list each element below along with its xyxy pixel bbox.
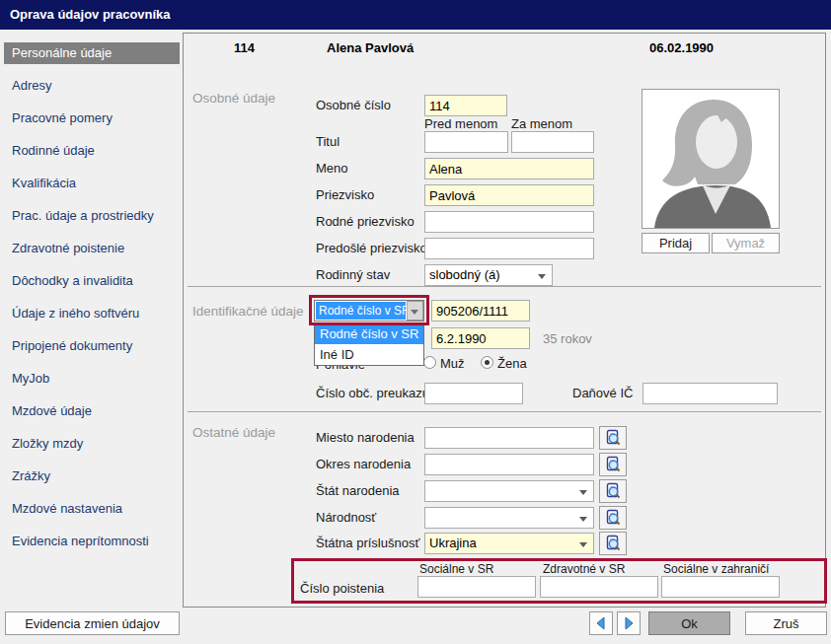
label-muz: Muž bbox=[440, 356, 465, 371]
label-rodne-priezvisko: Rodné priezvisko bbox=[316, 214, 415, 229]
input-osobne-cislo[interactable] bbox=[424, 95, 507, 116]
sidebar-item-zdravotne-poistenie[interactable]: Zdravotné poistenie bbox=[4, 238, 180, 259]
lookup-button-miesto-narodenia[interactable] bbox=[599, 426, 627, 450]
section-title-identification: Identifikačné údaje bbox=[192, 304, 304, 319]
input-cislo-obc-preukazu[interactable] bbox=[424, 383, 523, 404]
document-search-icon bbox=[604, 429, 622, 447]
window-titlebar: Oprava údajov pracovníka bbox=[0, 0, 831, 30]
ok-button[interactable]: Ok bbox=[648, 611, 730, 635]
input-rodne-cislo[interactable] bbox=[431, 300, 530, 322]
sidebar-item-prac-udaje-a-prostriedky[interactable]: Prac. údaje a prostriedky bbox=[4, 205, 180, 227]
input-rodne-priezvisko[interactable] bbox=[424, 211, 594, 233]
radio-zena[interactable] bbox=[481, 356, 493, 369]
combo-rodinny-stav[interactable]: slobodný (á) bbox=[424, 264, 553, 286]
label-titul: Titul bbox=[316, 134, 340, 149]
chevron-down-icon bbox=[538, 274, 546, 279]
chevron-down-icon bbox=[411, 310, 418, 315]
input-meno[interactable] bbox=[424, 158, 594, 179]
label-rodinny-stav: Rodinný stav bbox=[316, 267, 390, 282]
sidebar-item-udaje-z-ineho-softveru[interactable]: Údaje z iného softvéru bbox=[4, 303, 180, 324]
option-ine-id[interactable]: Iné ID bbox=[315, 344, 423, 365]
input-okres-narodenia[interactable] bbox=[424, 454, 594, 475]
combo-id-type-value: Rodné číslo v SR bbox=[316, 302, 406, 320]
input-danove-ic[interactable] bbox=[642, 383, 778, 404]
sidebar-item-rodinne-udaje[interactable]: Rodinné údaje bbox=[4, 140, 180, 162]
input-poistenie-socialne-zahranicie[interactable] bbox=[661, 576, 780, 598]
photo-delete-button[interactable]: Vymaž bbox=[712, 233, 780, 253]
label-socialne-v-zahranici: Sociálne v zahraničí bbox=[663, 562, 769, 576]
label-cislo-poistenia: Číslo poistenia bbox=[300, 581, 384, 596]
cancel-button[interactable]: Zruš bbox=[745, 611, 827, 635]
lookup-button-stat-narodenia[interactable] bbox=[599, 479, 627, 503]
sidebar-item-zrazky[interactable]: Zrážky bbox=[4, 465, 180, 487]
sidebar-item-kvalifikacia[interactable]: Kvalifikácia bbox=[4, 173, 180, 194]
section-title-other: Ostatné údaje bbox=[192, 425, 275, 440]
sidebar-item-pracovne-pomery[interactable]: Pracovné pomery bbox=[4, 107, 180, 129]
arrow-right-icon bbox=[622, 616, 636, 630]
label-zdravotne-v-sr: Zdravotné v SR bbox=[543, 562, 625, 576]
label-osobne-cislo: Osobné číslo bbox=[316, 98, 391, 112]
section-separator bbox=[188, 411, 821, 412]
combo-narodnost[interactable] bbox=[424, 507, 594, 529]
input-predosle-priezvisko[interactable] bbox=[424, 238, 594, 259]
age-text: 35 rokov bbox=[543, 331, 592, 346]
sidebar-item-mzdove-nastavenia[interactable]: Mzdové nastavenia bbox=[4, 498, 180, 520]
chevron-down-icon bbox=[579, 517, 587, 522]
lookup-button-okres-narodenia[interactable] bbox=[599, 453, 627, 476]
sidebar-item-myjob[interactable]: MyJob bbox=[4, 368, 180, 390]
employee-name: Alena Pavlová bbox=[327, 40, 414, 55]
input-titul-pred-menom[interactable] bbox=[424, 131, 508, 153]
label-statna-prislusnost: Štátna príslušnosť bbox=[316, 536, 419, 550]
combo-statna-prislusnost[interactable]: Ukrajina bbox=[424, 533, 594, 554]
window-title: Oprava údajov pracovníka bbox=[10, 7, 171, 22]
combo-statna-prislusnost-value: Ukrajina bbox=[429, 536, 477, 550]
sidebar-item-personalne-udaje[interactable]: Personálne údaje bbox=[4, 42, 180, 64]
sidebar-item-zlozky-mzdy[interactable]: Zložky mzdy bbox=[4, 433, 180, 455]
lookup-button-narodnost[interactable] bbox=[599, 506, 627, 530]
label-stat-narodenia: Štát narodenia bbox=[316, 483, 400, 498]
previous-record-button[interactable] bbox=[589, 611, 613, 635]
combo-id-type-dropdown-button[interactable] bbox=[407, 301, 423, 321]
label-zena: Žena bbox=[497, 356, 527, 371]
section-separator bbox=[188, 286, 821, 287]
input-poistenie-socialne-sr[interactable] bbox=[417, 576, 536, 598]
radio-muz[interactable] bbox=[423, 356, 436, 369]
document-search-icon bbox=[604, 535, 622, 552]
label-okres-narodenia: Okres narodenia bbox=[316, 457, 411, 471]
sidebar-item-evidencia-nepritomnosti[interactable]: Evidencia neprítomnosti bbox=[4, 531, 180, 552]
input-priezvisko[interactable] bbox=[424, 184, 594, 206]
chevron-down-icon bbox=[579, 490, 587, 495]
document-search-icon bbox=[604, 456, 622, 473]
label-danove-ic: Daňové IČ bbox=[572, 386, 633, 400]
combo-rodinny-stav-value: slobodný (á) bbox=[429, 267, 500, 282]
input-datum-narodenia[interactable] bbox=[431, 327, 530, 349]
section-title-personal: Osobné údaje bbox=[192, 91, 275, 106]
label-cislo-obc-preukazu: Číslo obč. preukazu bbox=[316, 386, 429, 400]
input-miesto-narodenia[interactable] bbox=[424, 427, 594, 449]
label-priezvisko: Priezvisko bbox=[316, 187, 374, 202]
document-search-icon bbox=[604, 482, 622, 500]
arrow-left-icon bbox=[594, 616, 608, 630]
input-titul-za-menom[interactable] bbox=[511, 131, 594, 153]
sidebar-item-dochodky-a-invalidita[interactable]: Dôchodky a invalidita bbox=[4, 270, 180, 292]
sidebar-item-mzdove-udaje[interactable]: Mzdové údaje bbox=[4, 400, 180, 422]
person-silhouette-icon bbox=[642, 90, 779, 228]
combo-id-type-open-list: Rodné číslo v SR Iné ID bbox=[314, 322, 424, 366]
lookup-button-statna-prislusnost[interactable] bbox=[599, 532, 627, 555]
label-za-menom: Za menom bbox=[511, 116, 572, 131]
label-pred-menom: Pred menom bbox=[424, 116, 497, 131]
input-poistenie-zdravotne-sr[interactable] bbox=[540, 576, 658, 598]
employee-photo-placeholder bbox=[642, 89, 780, 229]
next-record-button[interactable] bbox=[617, 611, 641, 635]
chevron-down-icon bbox=[579, 542, 587, 547]
combo-id-type[interactable]: Rodné číslo v SR bbox=[314, 300, 424, 322]
photo-add-button[interactable]: Pridaj bbox=[642, 233, 710, 253]
employee-number: 114 bbox=[234, 40, 255, 55]
change-history-button[interactable]: Evidencia zmien údajov bbox=[5, 611, 180, 635]
label-narodnost: Národnosť bbox=[316, 510, 376, 525]
combo-stat-narodenia[interactable] bbox=[424, 480, 594, 502]
sidebar-item-pripojene-dokumenty[interactable]: Pripojené dokumenty bbox=[4, 335, 180, 357]
label-miesto-narodenia: Miesto narodenia bbox=[316, 430, 415, 445]
option-rodne-cislo-v-sr[interactable]: Rodné číslo v SR bbox=[315, 323, 423, 344]
sidebar-item-adresy[interactable]: Adresy bbox=[4, 75, 180, 97]
